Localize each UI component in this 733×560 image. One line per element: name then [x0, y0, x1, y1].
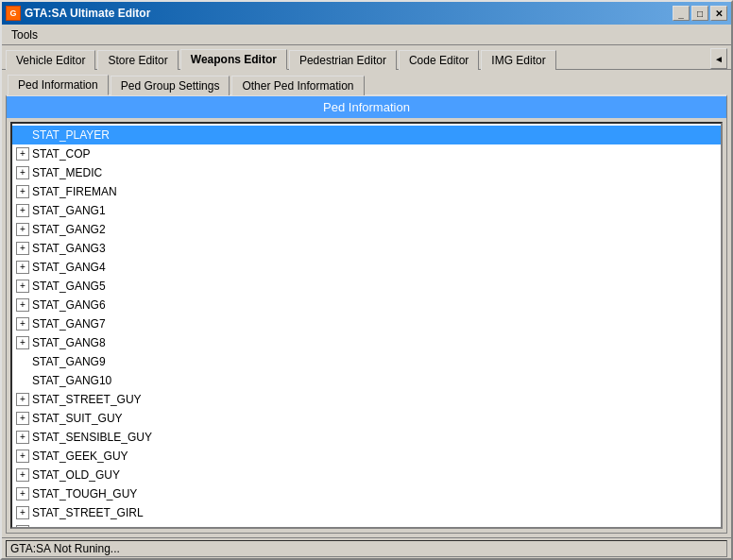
window-title: GTA:SA Ultimate Editor — [25, 7, 150, 20]
tree-item-stat_suit_guy[interactable]: +STAT_SUIT_GUY — [12, 409, 721, 428]
tab-arrow-button[interactable]: ◄ — [710, 48, 727, 69]
tree-expand-icon[interactable]: + — [16, 147, 29, 161]
tree-item-stat_gang10[interactable]: STAT_GANG10 — [12, 371, 721, 390]
tree-item-label: STAT_SUIT_GUY — [32, 410, 123, 427]
tree-expand-icon[interactable]: + — [16, 317, 29, 331]
tree-item-label: STAT_COP — [32, 145, 91, 162]
tab-ped-group-settings[interactable]: Ped Group Settings — [111, 76, 230, 95]
tree-item-stat_gang9[interactable]: STAT_GANG9 — [12, 352, 721, 371]
tree-item-stat_medic[interactable]: +STAT_MEDIC — [12, 163, 721, 182]
tree-expand-icon[interactable]: + — [16, 506, 29, 519]
app-icon: G — [6, 6, 21, 21]
tree-item-label: STAT_GANG1 — [32, 202, 106, 219]
tab-vehicle-editor[interactable]: Vehicle Editor — [6, 50, 95, 70]
tree-item-stat_suit_girl[interactable]: +STAT_SUIT_GIRL — [12, 522, 721, 527]
tree-item-label: STAT_GANG3 — [32, 240, 106, 257]
tree-expand-icon[interactable]: + — [16, 242, 29, 255]
tree-expand-icon[interactable]: + — [16, 166, 29, 179]
status-text: GTA:SA Not Runing... — [6, 540, 727, 557]
tree-item-stat_gang7[interactable]: +STAT_GANG7 — [12, 314, 721, 333]
tree-item-label: STAT_GANG9 — [32, 353, 106, 370]
tree-expand-icon[interactable]: + — [16, 261, 29, 274]
tree-item-label: STAT_GANG2 — [32, 221, 106, 238]
tree-item-label: STAT_SENSIBLE_GUY — [32, 429, 152, 446]
tree-item-stat_street_guy[interactable]: +STAT_STREET_GUY — [12, 390, 721, 409]
tree-item-stat_gang6[interactable]: +STAT_GANG6 — [12, 296, 721, 314]
tree-item-label: STAT_GANG4 — [32, 259, 106, 276]
tree-expand-icon[interactable]: + — [16, 298, 29, 312]
minimize-button[interactable]: _ — [673, 6, 690, 21]
main-window: G GTA:SA Ultimate Editor _ □ ✕ Tools Veh… — [0, 0, 733, 560]
tree-expand-icon[interactable]: + — [16, 525, 29, 527]
tree-expand-icon[interactable]: + — [16, 450, 29, 463]
tree-item-stat_old_guy[interactable]: +STAT_OLD_GUY — [12, 466, 721, 484]
menu-tools[interactable]: Tools — [6, 26, 43, 43]
tree-item-stat_geek_guy[interactable]: +STAT_GEEK_GUY — [12, 447, 721, 466]
tree-item-stat_gang2[interactable]: +STAT_GANG2 — [12, 220, 721, 239]
title-bar: G GTA:SA Ultimate Editor _ □ ✕ — [2, 2, 731, 25]
section-title: Ped Information — [7, 96, 726, 118]
tree-item-label: STAT_STREET_GIRL — [32, 504, 144, 521]
tree-item-label: STAT_PLAYER — [32, 127, 110, 144]
tree-expand-icon[interactable]: + — [16, 487, 29, 501]
tree-item-stat_cop[interactable]: +STAT_COP — [12, 144, 721, 163]
top-tabs: Vehicle Editor Store Editor Weapons Edit… — [2, 45, 731, 70]
tree-item-stat_gang4[interactable]: +STAT_GANG4 — [12, 258, 721, 277]
tree-item-stat_gang1[interactable]: +STAT_GANG1 — [12, 201, 721, 220]
tree-item-stat_tough_guy[interactable]: +STAT_TOUGH_GUY — [12, 484, 721, 503]
tab-img-editor[interactable]: IMG Editor — [481, 50, 555, 70]
tree-item-label: STAT_SUIT_GIRL — [32, 523, 125, 527]
tree-item-stat_gang5[interactable]: +STAT_GANG5 — [12, 277, 721, 296]
status-bar: GTA:SA Not Runing... — [2, 537, 731, 558]
tree-expand-icon[interactable]: + — [16, 204, 29, 217]
tab-store-editor[interactable]: Store Editor — [97, 50, 178, 70]
tree-item-label: STAT_GANG5 — [32, 278, 106, 295]
tree-item-label: STAT_STREET_GUY — [32, 391, 142, 408]
tree-item-label: STAT_GEEK_GUY — [32, 448, 128, 465]
menu-bar: Tools — [2, 25, 731, 45]
close-button[interactable]: ✕ — [710, 6, 727, 21]
list-container: STAT_PLAYER+STAT_COP+STAT_MEDIC+STAT_FIR… — [10, 122, 723, 529]
tree-item-label: STAT_FIREMAN — [32, 183, 117, 200]
tree-item-label: STAT_TOUGH_GUY — [32, 485, 137, 502]
tree-expand-icon[interactable]: + — [16, 431, 29, 444]
tab-weapons-editor[interactable]: Weapons Editor — [180, 49, 287, 70]
tree-item-label: STAT_GANG8 — [32, 334, 106, 351]
tree-expand-icon[interactable]: + — [16, 185, 29, 198]
tab-other-ped-information[interactable]: Other Ped Information — [231, 76, 364, 95]
content-area: Ped Information STAT_PLAYER+STAT_COP+STA… — [6, 94, 727, 534]
tree-list[interactable]: STAT_PLAYER+STAT_COP+STAT_MEDIC+STAT_FIR… — [12, 124, 721, 527]
tree-item-stat_sensible_guy[interactable]: +STAT_SENSIBLE_GUY — [12, 428, 721, 447]
tree-expand-icon[interactable]: + — [16, 223, 29, 236]
tree-item-label: STAT_OLD_GUY — [32, 467, 120, 484]
maximize-button[interactable]: □ — [691, 6, 708, 21]
tab-pedestrian-editor[interactable]: Pedestrian Editor — [289, 50, 397, 70]
tree-expand-icon[interactable]: + — [16, 280, 29, 293]
tree-item-label: STAT_GANG10 — [32, 372, 111, 389]
tree-item-label: STAT_GANG7 — [32, 315, 106, 332]
tree-item-stat_fireman[interactable]: +STAT_FIREMAN — [12, 182, 721, 201]
tree-item-stat_gang3[interactable]: +STAT_GANG3 — [12, 239, 721, 258]
tree-expand-icon[interactable]: + — [16, 468, 29, 482]
sub-tabs: Ped Information Ped Group Settings Other… — [2, 70, 731, 94]
tree-item-stat_street_girl[interactable]: +STAT_STREET_GIRL — [12, 503, 721, 522]
tree-item-stat_player[interactable]: STAT_PLAYER — [12, 126, 721, 144]
tree-item-label: STAT_GANG6 — [32, 297, 106, 314]
tree-item-label: STAT_MEDIC — [32, 164, 102, 181]
tab-ped-information[interactable]: Ped Information — [8, 75, 109, 95]
tree-item-stat_gang8[interactable]: +STAT_GANG8 — [12, 333, 721, 352]
tree-expand-icon[interactable]: + — [16, 412, 29, 425]
tree-expand-icon[interactable]: + — [16, 393, 29, 406]
title-bar-controls: _ □ ✕ — [673, 6, 727, 21]
tab-code-editor[interactable]: Code Editor — [399, 50, 479, 70]
title-bar-left: G GTA:SA Ultimate Editor — [6, 6, 150, 21]
tree-expand-icon[interactable]: + — [16, 336, 29, 349]
